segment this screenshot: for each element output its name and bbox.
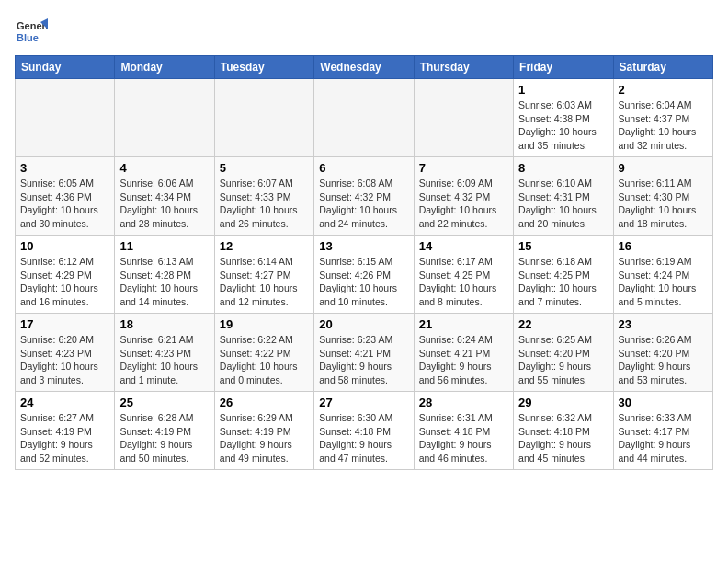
calendar-day: 12Sunrise: 6:14 AM Sunset: 4:27 PM Dayli… — [214, 236, 313, 314]
day-info: Sunrise: 6:26 AM Sunset: 4:20 PM Dayligh… — [619, 333, 708, 387]
day-info: Sunrise: 6:06 AM Sunset: 4:34 PM Dayligh… — [119, 177, 209, 231]
calendar-day: 16Sunrise: 6:19 AM Sunset: 4:24 PM Dayli… — [613, 236, 712, 314]
day-info: Sunrise: 6:20 AM Sunset: 4:23 PM Dayligh… — [20, 333, 109, 387]
day-of-week-header: Sunday — [16, 56, 115, 79]
day-number: 16 — [619, 239, 708, 253]
day-number: 11 — [119, 239, 209, 253]
calendar-week-row: 3Sunrise: 6:05 AM Sunset: 4:36 PM Daylig… — [16, 157, 713, 236]
calendar-day: 1Sunrise: 6:03 AM Sunset: 4:38 PM Daylig… — [514, 79, 613, 157]
day-info: Sunrise: 6:21 AM Sunset: 4:23 PM Dayligh… — [119, 333, 209, 387]
day-number: 28 — [419, 396, 508, 409]
day-of-week-header: Saturday — [613, 56, 712, 79]
day-info: Sunrise: 6:12 AM Sunset: 4:29 PM Dayligh… — [20, 255, 109, 309]
calendar-day: 10Sunrise: 6:12 AM Sunset: 4:29 PM Dayli… — [16, 236, 115, 314]
day-info: Sunrise: 6:24 AM Sunset: 4:21 PM Dayligh… — [419, 333, 508, 387]
day-number: 18 — [119, 317, 209, 331]
day-number: 26 — [220, 396, 309, 409]
day-of-week-header: Wednesday — [314, 56, 414, 79]
day-number: 14 — [419, 239, 508, 253]
day-number: 3 — [20, 161, 109, 175]
day-info: Sunrise: 6:15 AM Sunset: 4:26 PM Dayligh… — [319, 255, 408, 309]
calendar-week-row: 1Sunrise: 6:03 AM Sunset: 4:38 PM Daylig… — [16, 79, 713, 157]
calendar-day: 22Sunrise: 6:25 AM Sunset: 4:20 PM Dayli… — [514, 314, 613, 392]
calendar-week-row: 10Sunrise: 6:12 AM Sunset: 4:29 PM Dayli… — [16, 236, 713, 314]
day-number: 2 — [619, 83, 708, 97]
calendar-day: 2Sunrise: 6:04 AM Sunset: 4:37 PM Daylig… — [613, 79, 712, 157]
calendar-day — [115, 79, 214, 157]
day-info: Sunrise: 6:25 AM Sunset: 4:20 PM Dayligh… — [518, 333, 608, 387]
calendar-table: SundayMondayTuesdayWednesdayThursdayFrid… — [15, 55, 713, 470]
logo: General Blue — [15, 15, 48, 48]
day-number: 8 — [518, 161, 608, 175]
day-info: Sunrise: 6:32 AM Sunset: 4:18 PM Dayligh… — [518, 411, 608, 465]
calendar-day: 27Sunrise: 6:30 AM Sunset: 4:18 PM Dayli… — [314, 392, 414, 470]
day-number: 24 — [20, 396, 109, 409]
day-number: 9 — [619, 161, 708, 175]
calendar-day: 19Sunrise: 6:22 AM Sunset: 4:22 PM Dayli… — [214, 314, 313, 392]
calendar-day: 6Sunrise: 6:08 AM Sunset: 4:32 PM Daylig… — [314, 157, 414, 236]
day-number: 17 — [20, 317, 109, 331]
logo-icon: General Blue — [15, 15, 48, 48]
calendar-day: 4Sunrise: 6:06 AM Sunset: 4:34 PM Daylig… — [115, 157, 214, 236]
calendar-day: 7Sunrise: 6:09 AM Sunset: 4:32 PM Daylig… — [414, 157, 513, 236]
days-of-week-row: SundayMondayTuesdayWednesdayThursdayFrid… — [16, 56, 713, 79]
calendar-day: 29Sunrise: 6:32 AM Sunset: 4:18 PM Dayli… — [514, 392, 613, 470]
day-info: Sunrise: 6:18 AM Sunset: 4:25 PM Dayligh… — [518, 255, 608, 309]
page-header: General Blue — [15, 15, 713, 48]
day-info: Sunrise: 6:11 AM Sunset: 4:30 PM Dayligh… — [619, 177, 708, 231]
calendar-day: 28Sunrise: 6:31 AM Sunset: 4:18 PM Dayli… — [414, 392, 513, 470]
day-info: Sunrise: 6:27 AM Sunset: 4:19 PM Dayligh… — [20, 411, 109, 465]
calendar-day: 13Sunrise: 6:15 AM Sunset: 4:26 PM Dayli… — [314, 236, 414, 314]
day-info: Sunrise: 6:14 AM Sunset: 4:27 PM Dayligh… — [220, 255, 309, 309]
day-info: Sunrise: 6:23 AM Sunset: 4:21 PM Dayligh… — [319, 333, 408, 387]
day-number: 5 — [220, 161, 309, 175]
day-number: 10 — [20, 239, 109, 253]
day-info: Sunrise: 6:13 AM Sunset: 4:28 PM Dayligh… — [119, 255, 209, 309]
calendar-day: 17Sunrise: 6:20 AM Sunset: 4:23 PM Dayli… — [16, 314, 115, 392]
day-number: 25 — [119, 396, 209, 409]
calendar-week-row: 17Sunrise: 6:20 AM Sunset: 4:23 PM Dayli… — [16, 314, 713, 392]
calendar-day — [414, 79, 513, 157]
calendar-day: 18Sunrise: 6:21 AM Sunset: 4:23 PM Dayli… — [115, 314, 214, 392]
day-number: 30 — [619, 396, 708, 409]
day-info: Sunrise: 6:19 AM Sunset: 4:24 PM Dayligh… — [619, 255, 708, 309]
day-info: Sunrise: 6:03 AM Sunset: 4:38 PM Dayligh… — [518, 98, 608, 153]
day-number: 19 — [220, 317, 309, 331]
calendar-day: 3Sunrise: 6:05 AM Sunset: 4:36 PM Daylig… — [16, 157, 115, 236]
day-number: 27 — [319, 396, 408, 409]
svg-text:Blue: Blue — [17, 32, 39, 43]
day-info: Sunrise: 6:04 AM Sunset: 4:37 PM Dayligh… — [619, 98, 708, 153]
day-number: 7 — [419, 161, 508, 175]
calendar-day: 30Sunrise: 6:33 AM Sunset: 4:17 PM Dayli… — [613, 392, 712, 470]
calendar-day: 24Sunrise: 6:27 AM Sunset: 4:19 PM Dayli… — [16, 392, 115, 470]
day-info: Sunrise: 6:09 AM Sunset: 4:32 PM Dayligh… — [419, 177, 508, 231]
calendar-day — [16, 79, 115, 157]
day-info: Sunrise: 6:28 AM Sunset: 4:19 PM Dayligh… — [119, 411, 209, 465]
day-number: 20 — [319, 317, 408, 331]
day-number: 23 — [619, 317, 708, 331]
day-number: 4 — [119, 161, 209, 175]
calendar-day: 23Sunrise: 6:26 AM Sunset: 4:20 PM Dayli… — [613, 314, 712, 392]
calendar-day: 14Sunrise: 6:17 AM Sunset: 4:25 PM Dayli… — [414, 236, 513, 314]
calendar-week-row: 24Sunrise: 6:27 AM Sunset: 4:19 PM Dayli… — [16, 392, 713, 470]
day-number: 22 — [518, 317, 608, 331]
day-of-week-header: Friday — [514, 56, 613, 79]
day-number: 29 — [518, 396, 608, 409]
calendar-day: 5Sunrise: 6:07 AM Sunset: 4:33 PM Daylig… — [214, 157, 313, 236]
day-info: Sunrise: 6:07 AM Sunset: 4:33 PM Dayligh… — [220, 177, 309, 231]
calendar-day: 11Sunrise: 6:13 AM Sunset: 4:28 PM Dayli… — [115, 236, 214, 314]
day-number: 6 — [319, 161, 408, 175]
day-info: Sunrise: 6:33 AM Sunset: 4:17 PM Dayligh… — [619, 411, 708, 465]
day-of-week-header: Tuesday — [214, 56, 313, 79]
day-number: 12 — [220, 239, 309, 253]
day-number: 13 — [319, 239, 408, 253]
calendar-header: SundayMondayTuesdayWednesdayThursdayFrid… — [16, 56, 713, 79]
day-info: Sunrise: 6:29 AM Sunset: 4:19 PM Dayligh… — [220, 411, 309, 465]
day-number: 21 — [419, 317, 508, 331]
day-of-week-header: Monday — [115, 56, 214, 79]
day-info: Sunrise: 6:17 AM Sunset: 4:25 PM Dayligh… — [419, 255, 508, 309]
day-info: Sunrise: 6:08 AM Sunset: 4:32 PM Dayligh… — [319, 177, 408, 231]
calendar-day: 21Sunrise: 6:24 AM Sunset: 4:21 PM Dayli… — [414, 314, 513, 392]
calendar-day: 8Sunrise: 6:10 AM Sunset: 4:31 PM Daylig… — [514, 157, 613, 236]
day-info: Sunrise: 6:31 AM Sunset: 4:18 PM Dayligh… — [419, 411, 508, 465]
